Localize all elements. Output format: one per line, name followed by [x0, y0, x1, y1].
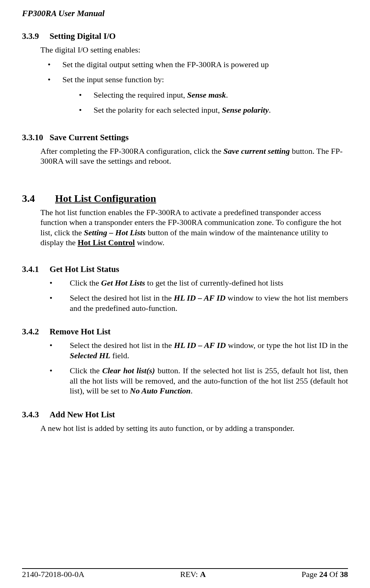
heading-3-3-9: 3.3.9 Setting Digital I/O — [22, 32, 348, 41]
heading-3-4: 3.4 Hot List Configuration — [22, 193, 348, 204]
bullet-list: Select the desired hot list in the HL ID… — [50, 340, 348, 396]
total-pages: 38 — [340, 570, 348, 579]
spacer — [22, 171, 348, 179]
list-item: Click the Get Hot Lists to get the list … — [50, 278, 348, 288]
list-item: Select the desired hot list in the HL ID… — [50, 340, 348, 360]
heading-3-4-3: 3.4.3 Add New Hot List — [22, 410, 348, 420]
heading-text: Save Current Settings — [50, 133, 129, 142]
heading-text: Remove Hot List — [50, 327, 110, 337]
emphasis: Sense polarity — [222, 105, 269, 115]
emphasis: Setting – Hot Lists — [84, 228, 146, 237]
text: Set the polarity for each selected input… — [94, 105, 222, 115]
list-item: Set the digital output setting when the … — [48, 59, 348, 70]
text: Click the — [70, 366, 102, 375]
emphasis: Selected HL — [70, 351, 110, 360]
spacer — [22, 252, 348, 265]
emphasis: Clear hot list(s) — [102, 366, 155, 375]
heading-number: 3.4.1 — [22, 265, 50, 274]
heading-3-3-10: 3.3.10 Save Current Settings — [22, 133, 348, 142]
page-footer: 2140-72018-00-0A REV: A Page 24 Of 38 — [22, 568, 348, 579]
text: field. — [110, 351, 129, 360]
emphasis: Save current setting — [224, 146, 290, 156]
paragraph: After completing the FP-300RA configurat… — [40, 146, 348, 166]
page: FP300RA User Manual 3.3.9 Setting Digita… — [0, 0, 370, 588]
heading-text: Setting Digital I/O — [50, 32, 116, 41]
heading-text: Get Hot List Status — [50, 265, 119, 274]
footer-revision: REV: A — [180, 570, 206, 579]
bullet-list: Set the digital output setting when the … — [48, 59, 348, 115]
emphasis: HL ID – AF ID — [174, 293, 226, 302]
heading-text: Add New Hot List — [50, 410, 115, 420]
bullet-list-nested: Selecting the required input, Sense mask… — [79, 90, 348, 115]
text: Select the desired hot list in the — [70, 341, 174, 350]
spacer — [22, 318, 348, 327]
emphasis: HL ID – AF ID — [174, 341, 226, 350]
emphasis: Get Hot Lists — [101, 278, 145, 287]
bold-text: Hot List Control — [77, 238, 135, 247]
text: window, or type the hot list ID in the — [226, 341, 348, 350]
text: . — [191, 386, 193, 395]
emphasis: No Auto Function — [130, 386, 191, 395]
current-page: 24 — [319, 570, 327, 579]
list-item: Set the polarity for each selected input… — [79, 105, 348, 115]
list-item: Click the Clear hot list(s) button. If t… — [50, 366, 348, 396]
text: Of — [327, 570, 340, 579]
heading-number: 3.4 — [22, 193, 55, 204]
emphasis: Sense mask — [187, 90, 226, 99]
text: . — [269, 105, 271, 115]
list-item: Selecting the required input, Sense mask… — [79, 90, 348, 100]
text: Select the desired hot list in the — [70, 293, 174, 302]
heading-number: 3.4.3 — [22, 410, 50, 420]
paragraph: The hot list function enables the FP-300… — [40, 207, 348, 248]
text: After completing the FP-300RA configurat… — [40, 146, 224, 156]
footer-page-number: Page 24 Of 38 — [302, 570, 348, 579]
spacer — [22, 120, 348, 133]
list-item: Set the input sense function by: Selecti… — [48, 75, 348, 115]
bullet-list: Click the Get Hot Lists to get the list … — [50, 278, 348, 313]
footer-left: 2140-72018-00-0A — [22, 570, 84, 579]
paragraph: A new hot list is added by setting its a… — [40, 423, 348, 433]
text: Page — [302, 570, 319, 579]
list-item: Select the desired hot list in the HL ID… — [50, 293, 348, 313]
spacer — [22, 401, 348, 410]
heading-number: 3.4.2 — [22, 327, 50, 337]
heading-text: Hot List Configuration — [55, 193, 156, 204]
heading-3-4-2: 3.4.2 Remove Hot List — [22, 327, 348, 337]
text: REV: — [180, 570, 200, 579]
revision-value: A — [200, 570, 206, 579]
text: Click the — [70, 278, 101, 287]
doc-header: FP300RA User Manual — [22, 9, 348, 18]
heading-3-4-1: 3.4.1 Get Hot List Status — [22, 265, 348, 274]
paragraph: The digital I/O setting enables: — [40, 45, 348, 55]
text: Set the input sense function by: — [62, 75, 164, 84]
heading-number: 3.3.9 — [22, 32, 50, 41]
text: Selecting the required input, — [94, 90, 187, 99]
heading-number: 3.3.10 — [22, 133, 50, 142]
text: . — [226, 90, 228, 99]
text: to get the list of currently-defined hot… — [145, 278, 283, 287]
text: window. — [135, 238, 164, 247]
